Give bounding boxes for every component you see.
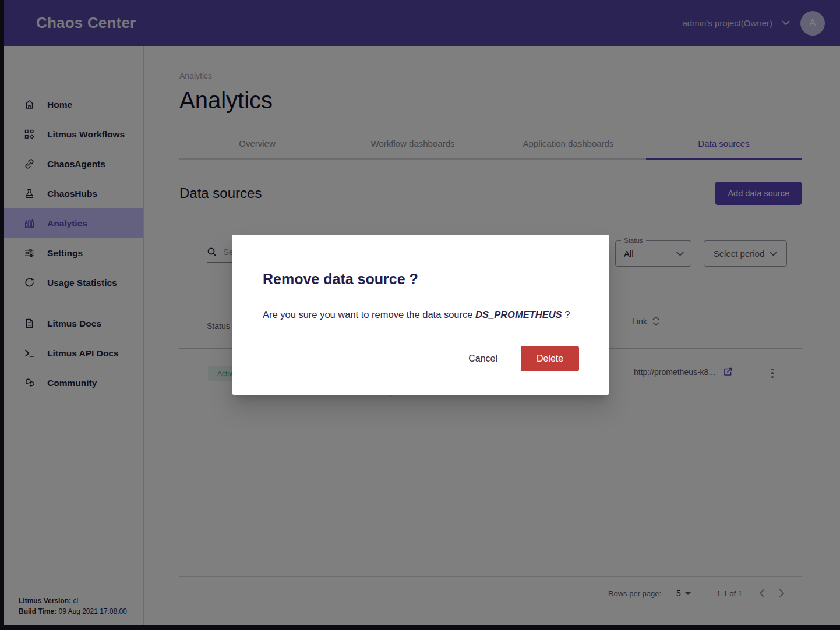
dialog-title: Remove data source ? (263, 271, 418, 288)
window-edge-left (0, 0, 4, 630)
remove-data-source-dialog: Remove data source ? Are you sure you wa… (232, 235, 609, 395)
chaos-center-app: Chaos Center admin's project(Owner) A Ho… (0, 0, 840, 630)
dialog-message: Are you sure you want to remove the data… (263, 309, 570, 320)
delete-button[interactable]: Delete (521, 346, 579, 371)
data-source-name: DS_PROMETHEUS (475, 309, 562, 320)
window-edge-bottom (0, 625, 840, 630)
cancel-button[interactable]: Cancel (460, 349, 506, 369)
